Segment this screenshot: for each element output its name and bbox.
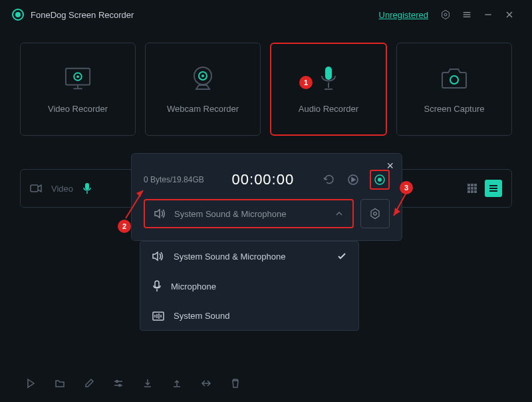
svg-rect-30: [471, 190, 473, 193]
sliders-icon[interactable]: [113, 378, 124, 389]
speaker-icon: [152, 251, 164, 262]
record-button[interactable]: [372, 172, 387, 187]
webcam-icon: [190, 65, 216, 92]
mode-label: Audio Recorder: [299, 104, 358, 114]
app-logo-icon: [12, 9, 24, 21]
bottom-toolbar: [20, 378, 512, 389]
download-icon[interactable]: [142, 378, 153, 389]
menu-icon[interactable]: [456, 9, 477, 20]
svg-rect-31: [474, 190, 477, 193]
settings-hex-icon[interactable]: [435, 9, 456, 20]
svg-marker-44: [136, 190, 143, 197]
svg-rect-28: [474, 187, 477, 190]
speaker-box-icon: [152, 311, 164, 321]
speaker-icon: [154, 208, 166, 219]
svg-rect-16: [325, 67, 332, 80]
mode-audio-recorder[interactable]: 1 Audio Recorder: [270, 43, 387, 136]
microphone-icon: [315, 65, 342, 92]
minimize-icon[interactable]: [477, 9, 499, 20]
annotation-badge-3: 3: [400, 181, 413, 194]
compress-icon[interactable]: [201, 378, 211, 389]
folder-icon[interactable]: [55, 378, 65, 389]
svg-point-1: [444, 13, 447, 16]
unregistered-link[interactable]: Unregistered: [379, 10, 428, 20]
mode-webcam-recorder[interactable]: Webcam Recorder: [145, 43, 261, 136]
svg-rect-27: [471, 187, 473, 190]
dropdown-option-system-sound[interactable]: System Sound: [140, 302, 358, 330]
camera-icon: [441, 65, 467, 92]
annotation-badge-2: 2: [118, 220, 131, 233]
svg-rect-25: [474, 184, 477, 186]
svg-point-37: [378, 178, 382, 182]
svg-rect-24: [471, 184, 473, 186]
mode-label: Screen Capture: [424, 104, 484, 114]
close-icon[interactable]: [499, 9, 520, 20]
popup-top-row: 0 Bytes/19.84GB 00:00:00: [132, 154, 402, 199]
svg-rect-20: [31, 185, 38, 192]
annotation-arrow-2: [123, 181, 150, 221]
dropdown-option-microphone[interactable]: Microphone: [140, 271, 358, 302]
grid-view-button[interactable]: [464, 180, 481, 197]
mode-cards-row: Video Recorder Webcam Recorder 1 Audio R…: [0, 29, 532, 149]
dropdown-option-label: System Sound & Microphone: [174, 252, 285, 262]
svg-point-15: [201, 75, 204, 77]
svg-point-19: [450, 76, 458, 84]
camcorder-icon: [30, 184, 42, 193]
dropdown-option-system-and-mic[interactable]: System Sound & Microphone: [140, 242, 358, 271]
svg-rect-21: [85, 183, 89, 190]
undo-icon[interactable]: [322, 172, 336, 187]
app-header: FoneDog Screen Recorder Unregistered: [0, 0, 532, 29]
audio-settings-button[interactable]: [360, 199, 390, 228]
play-circle-icon[interactable]: [346, 172, 360, 187]
annotation-badge-1: 1: [299, 76, 313, 89]
mic-status-icon[interactable]: [82, 182, 92, 194]
mode-video-recorder[interactable]: Video Recorder: [20, 43, 136, 136]
svg-rect-40: [155, 281, 159, 288]
svg-marker-38: [371, 209, 379, 219]
edit-icon[interactable]: [84, 378, 94, 389]
mic-icon: [152, 280, 162, 292]
svg-marker-0: [442, 10, 450, 19]
dropdown-option-label: System Sound: [174, 311, 230, 321]
svg-rect-23: [467, 184, 470, 186]
popup-close-button[interactable]: ×: [386, 159, 394, 173]
audio-source-dropdown: System Sound & Microphone Microphone Sys…: [140, 241, 359, 331]
svg-point-10: [76, 75, 79, 78]
svg-point-39: [374, 212, 377, 216]
mode-label: Webcam Recorder: [167, 104, 239, 114]
dropdown-option-label: Microphone: [171, 282, 216, 292]
play-icon[interactable]: [25, 378, 36, 389]
svg-rect-26: [467, 187, 470, 190]
audio-recorder-popup: × 0 Bytes/19.84GB 00:00:00 System Sound …: [131, 153, 402, 241]
mode-label: Video Recorder: [48, 104, 108, 114]
video-label: Video: [51, 184, 73, 194]
svg-rect-29: [467, 190, 470, 193]
chevron-up-icon: [335, 211, 343, 216]
upload-icon[interactable]: [172, 378, 182, 389]
timer-display: 00:00:00: [213, 171, 313, 188]
trash-icon[interactable]: [230, 378, 241, 389]
monitor-icon: [65, 65, 91, 92]
selector-row: System Sound & Microphone: [132, 199, 402, 240]
storage-size-text: 0 Bytes/19.84GB: [144, 175, 204, 184]
audio-source-selector[interactable]: System Sound & Microphone: [144, 199, 354, 228]
selected-source-label: System Sound & Microphone: [174, 209, 327, 219]
view-toggle: [464, 180, 502, 197]
mode-screen-capture[interactable]: Screen Capture: [396, 43, 512, 136]
check-icon: [337, 252, 346, 260]
list-view-button[interactable]: [485, 180, 502, 197]
app-title: FoneDog Screen Recorder: [31, 10, 379, 20]
